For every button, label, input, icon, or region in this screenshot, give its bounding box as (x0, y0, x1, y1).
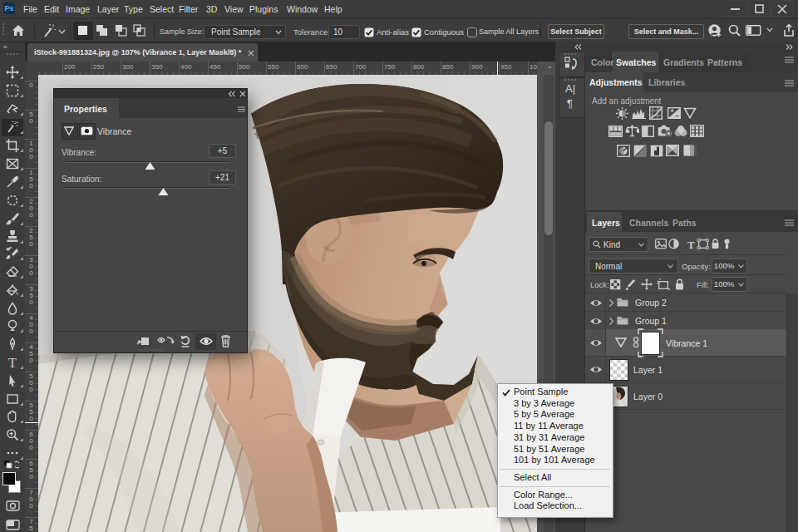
svg-text:T: T (8, 356, 17, 369)
svg-text:T: T (687, 239, 695, 249)
